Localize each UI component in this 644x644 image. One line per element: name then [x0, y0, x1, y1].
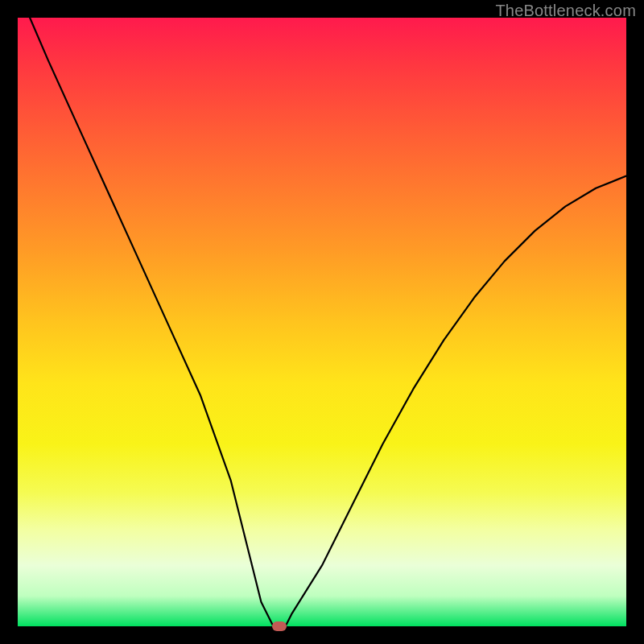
- chart-plot-area: [18, 18, 626, 626]
- optimal-point-marker: [272, 621, 287, 631]
- bottleneck-curve: [18, 18, 626, 626]
- watermark-text: TheBottleneck.com: [495, 2, 636, 20]
